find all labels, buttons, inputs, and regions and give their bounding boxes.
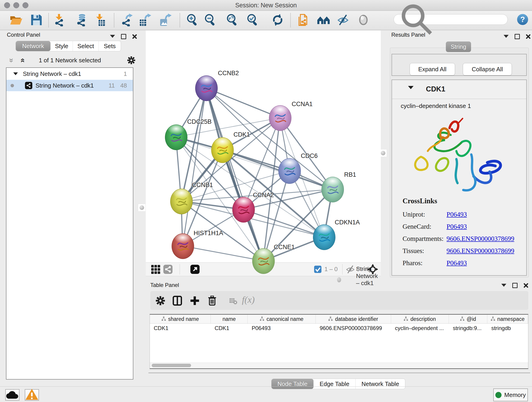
fit-selected-icon[interactable] bbox=[367, 264, 378, 274]
open-in-browser-icon[interactable] bbox=[190, 264, 200, 274]
collection-expand-icon[interactable] bbox=[13, 72, 18, 77]
protein-name: CDK1 bbox=[426, 85, 445, 93]
network-node-cdk1[interactable] bbox=[211, 137, 234, 163]
network-node-ccna1[interactable] bbox=[269, 105, 291, 131]
search-input[interactable] bbox=[436, 16, 507, 23]
column-header-sharedname[interactable]: shared name bbox=[150, 315, 211, 323]
network-row[interactable]: String Network – cdk1 11 48 bbox=[6, 80, 133, 91]
crosslink-value-link[interactable]: 9606.ENSP00000378699 bbox=[447, 247, 514, 255]
collection-label: String Network – cdk1 bbox=[23, 70, 81, 77]
string-import-button[interactable] bbox=[298, 14, 310, 27]
zoom-selected-button[interactable] bbox=[246, 14, 259, 27]
node-label-ccna1: CCNA1 bbox=[292, 101, 313, 108]
zoom-fit-button[interactable] bbox=[226, 14, 239, 27]
network-node-rb1[interactable] bbox=[322, 177, 344, 202]
network-node-cdc6[interactable] bbox=[278, 158, 301, 184]
crosslink-value-link[interactable]: P06493 bbox=[447, 259, 467, 267]
tab-network[interactable]: Network bbox=[16, 41, 51, 51]
warnings-button[interactable] bbox=[25, 389, 39, 401]
network-node-cdkn1a[interactable] bbox=[313, 224, 336, 250]
hidden-nodes-icon bbox=[346, 264, 355, 274]
control-panel-float-icon[interactable] bbox=[121, 34, 126, 39]
import-table-button[interactable] bbox=[94, 14, 106, 27]
column-header-namespace[interactable]: namespace bbox=[487, 315, 528, 323]
birds-eye-view-icon[interactable] bbox=[151, 264, 160, 274]
column-namespace-icon bbox=[328, 316, 333, 322]
zoom-out-icon bbox=[204, 13, 216, 27]
scrollbar-thumb[interactable] bbox=[152, 364, 191, 367]
column-header-canonicalname[interactable]: canonical name bbox=[248, 315, 316, 323]
tab-style[interactable]: Style bbox=[51, 41, 73, 51]
cloud-status-button[interactable] bbox=[5, 389, 19, 401]
collapse-all-button[interactable]: Collapse All bbox=[463, 63, 512, 75]
home-layout-button[interactable] bbox=[317, 14, 330, 27]
network-node-cdc25b[interactable] bbox=[165, 124, 187, 150]
show-columns-icon[interactable] bbox=[172, 296, 182, 306]
network-node-ccnb1[interactable] bbox=[170, 189, 193, 214]
network-collection-row[interactable]: String Network – cdk1 1 bbox=[6, 68, 133, 80]
window-title: Session: New Session bbox=[0, 2, 532, 9]
node-label-ccne1: CCNE1 bbox=[274, 244, 295, 251]
network-node-ccna2[interactable] bbox=[232, 197, 255, 223]
memory-button[interactable]: Memory bbox=[493, 389, 528, 401]
table-options-gear-icon[interactable] bbox=[155, 296, 165, 306]
selected-nodes-checkbox[interactable] bbox=[314, 265, 322, 273]
import-network-file-button[interactable] bbox=[53, 14, 66, 27]
save-session-button[interactable] bbox=[30, 14, 43, 27]
results-panel-close-icon[interactable] bbox=[526, 34, 530, 39]
network-node-ccnb2[interactable] bbox=[195, 75, 218, 101]
search-field[interactable] bbox=[394, 14, 508, 25]
network-overview-icon[interactable] bbox=[163, 264, 173, 274]
table-panel-close-icon[interactable] bbox=[524, 283, 528, 288]
protein-card-header[interactable]: CDK1 bbox=[392, 80, 526, 99]
control-panel-menu-icon[interactable] bbox=[110, 35, 115, 40]
left-splitter-handle[interactable] bbox=[138, 204, 146, 211]
crosslink-value-link[interactable]: P06493 bbox=[447, 211, 467, 218]
crosslink-value-link[interactable]: 9606.ENSP00000378699 bbox=[447, 235, 514, 242]
export-image-button[interactable] bbox=[159, 14, 172, 27]
column-header-name[interactable]: name bbox=[211, 315, 248, 323]
zoom-out-button[interactable] bbox=[204, 14, 216, 27]
table-horizontal-scrollbar[interactable] bbox=[150, 363, 528, 368]
crosslink-label: Uniprot: bbox=[403, 211, 447, 218]
results-panel-float-icon[interactable] bbox=[515, 34, 520, 39]
column-header-label: shared name bbox=[168, 316, 199, 322]
tab-select[interactable]: Select bbox=[73, 41, 99, 51]
table-panel-float-icon[interactable] bbox=[512, 283, 518, 288]
network-canvas[interactable]: CCNB2CCNA1CDC25BCDK1CDC6RB1CCNB1CCNA2CDK… bbox=[146, 31, 381, 262]
open-session-button[interactable] bbox=[10, 14, 22, 27]
export-network-button[interactable] bbox=[120, 14, 133, 27]
network-list-header: » » 1 of 1 Network selected bbox=[2, 56, 138, 66]
export-network-icon bbox=[120, 13, 133, 27]
refresh-view-button[interactable] bbox=[271, 14, 284, 27]
add-column-icon[interactable] bbox=[190, 296, 200, 306]
node-label-cdkn1a: CDKN1A bbox=[335, 219, 360, 226]
expand-all-button[interactable]: Expand All bbox=[410, 63, 455, 75]
protein-collapse-icon[interactable] bbox=[408, 86, 413, 92]
help-button[interactable]: ? bbox=[517, 14, 528, 25]
folder-open-icon bbox=[10, 13, 22, 27]
network-node-ccne1[interactable] bbox=[252, 248, 275, 274]
tab-sets[interactable]: Sets bbox=[99, 41, 121, 51]
results-panel-menu-icon[interactable] bbox=[504, 35, 509, 40]
memory-label: Memory bbox=[504, 391, 526, 399]
hide-selected-button[interactable] bbox=[336, 14, 349, 27]
control-panel-close-icon[interactable] bbox=[132, 34, 137, 39]
zoom-in-button[interactable] bbox=[186, 14, 199, 27]
column-header-description[interactable]: description bbox=[391, 315, 449, 323]
node-table[interactable]: shared namenamecanonical namedatabase id… bbox=[150, 314, 528, 369]
table-panel-menu-icon[interactable] bbox=[501, 284, 506, 289]
column-header-label: @id bbox=[467, 316, 476, 322]
tab-string[interactable]: String bbox=[446, 41, 471, 52]
status-bar: Memory bbox=[0, 386, 532, 402]
column-header-databaseidentifier[interactable]: database identifier bbox=[316, 315, 391, 323]
column-header-id[interactable]: @id bbox=[449, 315, 487, 323]
import-network-database-button[interactable] bbox=[75, 14, 88, 27]
delete-column-icon[interactable] bbox=[207, 296, 217, 306]
crosslink-value-link[interactable]: P06493 bbox=[447, 223, 467, 230]
network-options-gear-icon[interactable] bbox=[127, 56, 136, 65]
table-row[interactable]: CDK1CDK1P064939606.ENSP00000378699cyclin… bbox=[150, 324, 528, 333]
network-node-hist1h1a[interactable] bbox=[172, 233, 194, 259]
show-all-button[interactable] bbox=[357, 14, 370, 27]
export-table-button[interactable] bbox=[138, 14, 151, 27]
